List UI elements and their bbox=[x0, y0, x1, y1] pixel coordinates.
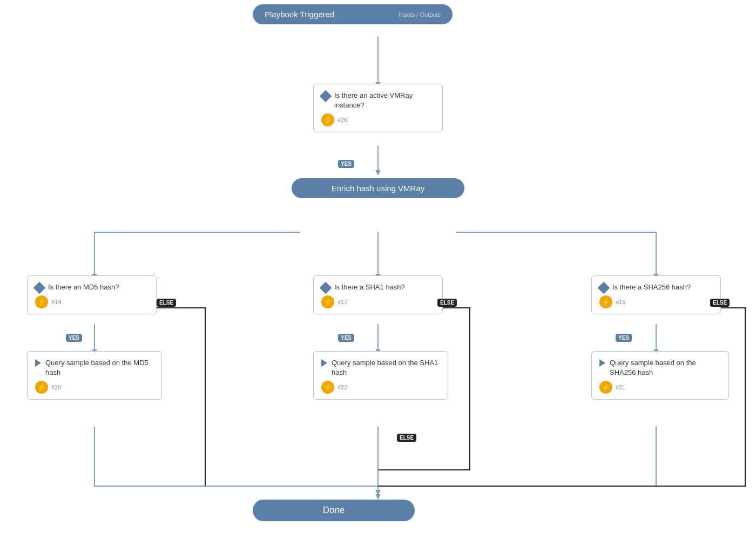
svg-marker-4 bbox=[375, 170, 381, 176]
condition-sha1-node[interactable]: Is there a SHA1 hash? ⚡ #17 bbox=[313, 275, 443, 314]
yes-label-sha256: YES bbox=[616, 334, 632, 342]
action-md5-step: #20 bbox=[51, 384, 61, 390]
enrich-node[interactable]: Enrich hash using VMRay bbox=[292, 178, 464, 198]
condition-sha1-text: Is there a SHA1 hash? bbox=[334, 282, 405, 292]
action-sha256-text: Query sample based on the SHA256 hash bbox=[610, 358, 721, 378]
action-sha256-arrow-icon bbox=[599, 359, 605, 367]
svg-marker-16 bbox=[375, 490, 381, 495]
condition-vmray-text: Is there an active VMRay instance? bbox=[334, 91, 435, 110]
action-md5-text: Query sample based on the MD5 hash bbox=[45, 358, 154, 378]
condition-md5-step: #14 bbox=[51, 299, 61, 305]
action-sha1-arrow-icon bbox=[321, 359, 327, 367]
condition-sha256-node[interactable]: Is there a SHA256 hash? ⚡ #15 bbox=[591, 275, 721, 314]
yes-label-vmray: YES bbox=[338, 160, 354, 168]
bolt-icon-md5: ⚡ bbox=[35, 295, 48, 308]
else-label-sha256: ELSE bbox=[710, 299, 730, 307]
condition-md5-node[interactable]: Is there an MD5 hash? ⚡ #14 bbox=[27, 275, 157, 314]
condition-md5-text: Is there an MD5 hash? bbox=[48, 282, 119, 292]
condition-sha256-step: #15 bbox=[616, 299, 625, 305]
svg-marker-18 bbox=[375, 494, 381, 500]
condition-sha1-diamond-icon bbox=[320, 282, 332, 294]
bolt-icon-action-sha1: ⚡ bbox=[321, 381, 334, 394]
condition-diamond-icon bbox=[320, 90, 332, 103]
inputs-outputs-label: Inputs / Outputs bbox=[399, 11, 441, 18]
else-label-sha1-lower: ELSE bbox=[397, 434, 416, 442]
action-md5-node[interactable]: Query sample based on the MD5 hash ⚡ #20 bbox=[27, 351, 162, 400]
condition-vmray-node[interactable]: Is there an active VMRay instance? ⚡ #26 bbox=[313, 84, 443, 132]
action-sha1-step: #22 bbox=[338, 384, 347, 390]
condition-sha256-diamond-icon bbox=[598, 282, 610, 294]
condition-sha256-text: Is there a SHA256 hash? bbox=[612, 282, 691, 292]
condition-md5-diamond-icon bbox=[33, 282, 46, 294]
else-label-sha1: ELSE bbox=[437, 299, 457, 307]
done-label: Done bbox=[323, 505, 345, 516]
action-md5-arrow-icon bbox=[35, 359, 41, 367]
yes-label-md5: YES bbox=[66, 334, 82, 342]
condition-sha1-step: #17 bbox=[338, 299, 347, 305]
bolt-icon-sha1: ⚡ bbox=[321, 295, 334, 308]
else-label-md5: ELSE bbox=[157, 299, 176, 307]
bolt-icon-action-sha256: ⚡ bbox=[599, 381, 612, 394]
enrich-label: Enrich hash using VMRay bbox=[332, 184, 425, 193]
trigger-label: Playbook Triggered bbox=[265, 10, 334, 19]
yes-label-sha1: YES bbox=[338, 334, 354, 342]
condition-vmray-step: #26 bbox=[338, 117, 347, 123]
action-sha256-node[interactable]: Query sample based on the SHA256 hash ⚡ … bbox=[591, 351, 729, 400]
bolt-icon: ⚡ bbox=[321, 113, 334, 126]
bolt-icon-action-md5: ⚡ bbox=[35, 381, 48, 394]
action-sha256-step: #21 bbox=[616, 384, 625, 390]
flowchart-canvas: Playbook Triggered Inputs / Outputs Is t… bbox=[0, 0, 756, 559]
trigger-node[interactable]: Playbook Triggered Inputs / Outputs bbox=[253, 4, 453, 24]
action-sha1-text: Query sample based on the SHA1 hash bbox=[332, 358, 440, 378]
action-sha1-node[interactable]: Query sample based on the SHA1 hash ⚡ #2… bbox=[313, 351, 448, 400]
bolt-icon-sha256: ⚡ bbox=[599, 295, 612, 308]
done-node[interactable]: Done bbox=[253, 500, 415, 521]
